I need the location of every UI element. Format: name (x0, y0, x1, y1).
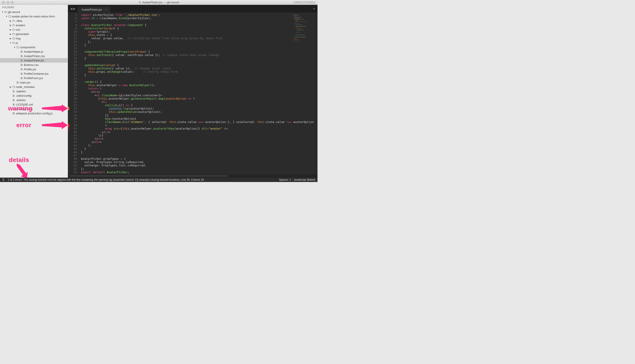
disclosure-icon[interactable]: ▼ (5, 15, 8, 18)
disclosure-icon[interactable]: ▶ (9, 24, 12, 26)
tree-file[interactable]: AvatarPicker.jsx (0, 58, 68, 62)
disclosure-icon[interactable]: ▶ (9, 86, 12, 88)
tab-bar: ◀ ▶ AvatarPicker.jsx × ▼ (68, 5, 318, 12)
folder-icon (8, 14, 12, 18)
disclosure-icon[interactable]: ▼ (1, 11, 4, 13)
syntax-indicator[interactable]: JavaScript (Babel) (294, 178, 315, 181)
window-title: 🗎AvatarPicker.jsx — git-record (0, 1, 318, 4)
nav-forward-icon[interactable]: ▶ (73, 7, 76, 10)
tree-label: .editorconfig (16, 94, 32, 98)
tree-label: AvatarHelper.js (24, 50, 43, 53)
disclosure-icon[interactable]: ▶ (9, 33, 12, 35)
folder-tree: ▼git-record▼avatar-picker-for-react-redu… (0, 10, 68, 116)
tree-file[interactable]: package.json (0, 107, 68, 111)
tree-label: ProfileContainer.jsx (24, 72, 49, 75)
tab-active[interactable]: AvatarPicker.jsx × (78, 6, 111, 12)
tree-folder[interactable]: ▼git-record (0, 10, 68, 14)
tree-label: git-record (8, 10, 20, 14)
tab-overflow-icon[interactable]: ▼ (313, 8, 318, 10)
tree-file[interactable]: .eslintrc (0, 98, 68, 102)
horizontal-scrollbar[interactable] (68, 174, 318, 178)
tree-file[interactable]: Buttons.css (0, 62, 68, 67)
tree-file[interactable]: webpack.production.config.js (0, 111, 68, 116)
file-icon (12, 98, 16, 102)
tree-label: avatar-picker-for-react-redux-form (12, 15, 55, 18)
disclosure-icon[interactable]: ▶ (9, 28, 12, 31)
tree-folder[interactable]: ▼js (0, 40, 68, 45)
scrollbar-thumb[interactable] (69, 175, 228, 177)
folder-icon (12, 36, 16, 40)
tree-label: ProfileForm.jsx (24, 76, 43, 80)
tree-file[interactable]: .babelrc (0, 89, 68, 94)
tree-label: AvatarPicker.jsx (24, 59, 44, 62)
callout-error: error (16, 122, 31, 129)
folder-icon (12, 32, 16, 36)
tree-label: img (16, 37, 21, 40)
tree-folder[interactable]: ▶css (0, 27, 68, 32)
file-icon (12, 94, 16, 98)
tree-file[interactable]: LICENSE.md (0, 102, 68, 107)
callout-details: details (9, 156, 29, 164)
folder-icon (12, 19, 16, 22)
tree-folder[interactable]: ▶img (0, 36, 68, 40)
tree-label: js (16, 41, 18, 44)
tree-file[interactable]: ProfileContainer.jsx (0, 72, 68, 76)
nav-back-icon[interactable]: ◀ (70, 7, 73, 10)
tab-close-icon[interactable]: × (105, 8, 107, 11)
window-titlebar: 🗎AvatarPicker.jsx — git-record UNREGISTE… (0, 0, 318, 5)
tree-file[interactable]: Profile.jsx (0, 67, 68, 72)
code-text[interactable]: import pickerStyles from './AvatarPicker… (79, 12, 318, 174)
close-window-icon[interactable] (2, 1, 5, 4)
file-icon (20, 50, 23, 53)
sidebar: FOLDERS ▼git-record▼avatar-picker-for-re… (0, 5, 68, 178)
arrow-details (12, 164, 32, 178)
disclosure-icon[interactable]: ▼ (9, 42, 12, 44)
tree-label: node_modules (16, 85, 35, 88)
editor-pane: ◀ ▶ AvatarPicker.jsx × ▼ 567891011121314… (68, 5, 318, 178)
file-icon (20, 54, 23, 58)
folder-icon (12, 41, 16, 44)
folder-icon (12, 23, 16, 27)
tree-folder[interactable]: ▶generated (0, 32, 68, 36)
tab-history-nav: ◀ ▶ (68, 6, 78, 11)
tree-folder[interactable]: ▶.idea (0, 18, 68, 23)
minimize-window-icon[interactable] (7, 1, 9, 4)
unregistered-label: UNREGISTERED (293, 1, 318, 4)
tree-label: webpack.production.config.js (16, 112, 53, 115)
indent-indicator[interactable]: Spaces: 2 (279, 178, 291, 181)
status-separator (292, 178, 292, 181)
tree-folder[interactable]: ▶avatars (0, 23, 68, 27)
tree-label: avatars (16, 24, 25, 27)
tree-label: components (20, 46, 36, 49)
tree-folder[interactable]: ▼components (0, 45, 68, 49)
tree-file[interactable]: AvatarHelper.js (0, 49, 68, 54)
status-message[interactable]: 2 of 2 errors: The closing bracket must … (8, 178, 204, 181)
file-icon (20, 68, 23, 71)
file-icon (20, 76, 23, 80)
tree-file[interactable]: .editorconfig (0, 94, 68, 98)
tree-file[interactable]: ProfileForm.jsx (0, 76, 68, 80)
sidebar-header: FOLDERS (0, 5, 68, 10)
tree-folder[interactable]: ▶node_modules (0, 84, 68, 89)
disclosure-icon[interactable]: ▼ (13, 46, 16, 48)
folder-icon (12, 85, 16, 88)
panel-toggle-icon[interactable]: ☰ (2, 178, 5, 181)
tree-label: .idea (16, 19, 22, 22)
zoom-window-icon[interactable] (11, 1, 14, 4)
disclosure-icon[interactable]: ▶ (9, 20, 12, 22)
tree-label: Profile.jsx (24, 68, 36, 71)
folder-icon (4, 10, 8, 14)
tree-file[interactable]: AvatarPicker.css (0, 54, 68, 58)
tree-label: AvatarPicker.css (24, 54, 45, 58)
tree-label: .babelrc (16, 90, 26, 93)
file-icon (16, 81, 20, 84)
tree-folder[interactable]: ▼avatar-picker-for-react-redux-form (0, 14, 68, 18)
tree-label: LICENSE.md (16, 103, 33, 106)
code-area[interactable]: 5678910111213141516171819202122232425262… (68, 12, 318, 174)
tree-label: Buttons.css (24, 63, 39, 66)
disclosure-icon[interactable]: ▶ (9, 37, 12, 40)
file-icon (20, 59, 23, 62)
tree-file[interactable]: main.jsx (0, 80, 68, 84)
file-icon (20, 63, 23, 66)
minimap[interactable] (291, 12, 318, 48)
